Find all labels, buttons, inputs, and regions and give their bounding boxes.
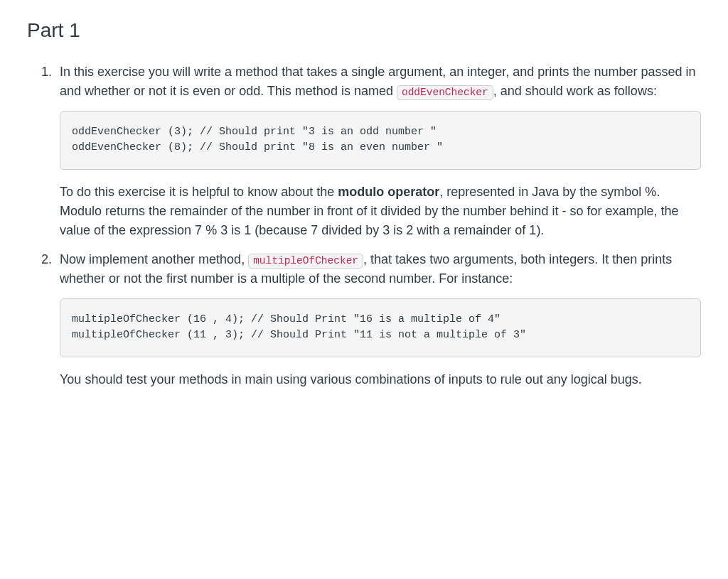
exercise-1-post-before: To do this exercise it is helpful to kno… (60, 185, 338, 199)
part-heading: Part 1 (27, 18, 701, 43)
exercise-2-post-text: You should test your methods in main usi… (60, 372, 642, 386)
exercise-2-intro: Now implement another method, multipleOf… (60, 250, 701, 288)
exercise-2-intro-before: Now implement another method, (60, 252, 248, 266)
exercise-1-intro: In this exercise you will write a method… (60, 63, 701, 101)
exercise-list: In this exercise you will write a method… (27, 63, 701, 389)
inline-code-multipleOfChecker: multipleOfChecker (248, 254, 363, 269)
exercise-1-intro-after: , and should work as follows: (493, 84, 657, 98)
exercise-2-post: You should test your methods in main usi… (60, 370, 701, 389)
exercise-1-post: To do this exercise it is helpful to kno… (60, 183, 701, 240)
code-block-oddEvenChecker: oddEvenChecker (3); // Should print "3 i… (60, 111, 701, 170)
modulo-operator-strong: modulo operator (338, 185, 439, 199)
exercise-item-1: In this exercise you will write a method… (55, 63, 701, 240)
code-block-multipleOfChecker: multipleOfChecker (16 , 4); // Should Pr… (60, 298, 701, 357)
exercise-item-2: Now implement another method, multipleOf… (55, 250, 701, 389)
inline-code-oddEvenChecker: oddEvenChecker (397, 85, 493, 100)
